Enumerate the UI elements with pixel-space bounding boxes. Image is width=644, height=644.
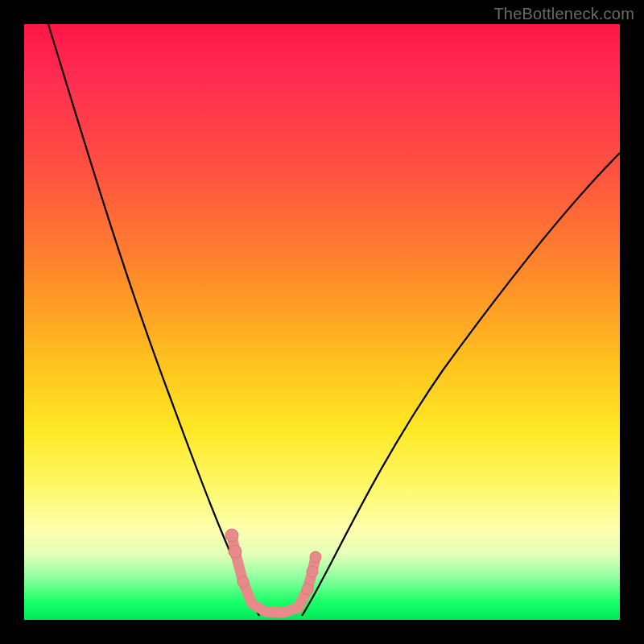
watermark-text: TheBottleneck.com bbox=[493, 5, 634, 23]
chart-frame: TheBottleneck.com bbox=[0, 0, 644, 644]
plot-area bbox=[24, 24, 620, 620]
marker-dot bbox=[307, 566, 318, 577]
curves-layer bbox=[24, 24, 620, 620]
marker-dot bbox=[225, 529, 238, 542]
marker-dot bbox=[310, 551, 321, 563]
right-curve bbox=[302, 153, 620, 616]
left-curve bbox=[48, 24, 259, 616]
marker-dot bbox=[229, 545, 242, 558]
marker-dot bbox=[237, 576, 249, 588]
marker-connector bbox=[232, 535, 316, 613]
marker-dot bbox=[302, 584, 313, 595]
